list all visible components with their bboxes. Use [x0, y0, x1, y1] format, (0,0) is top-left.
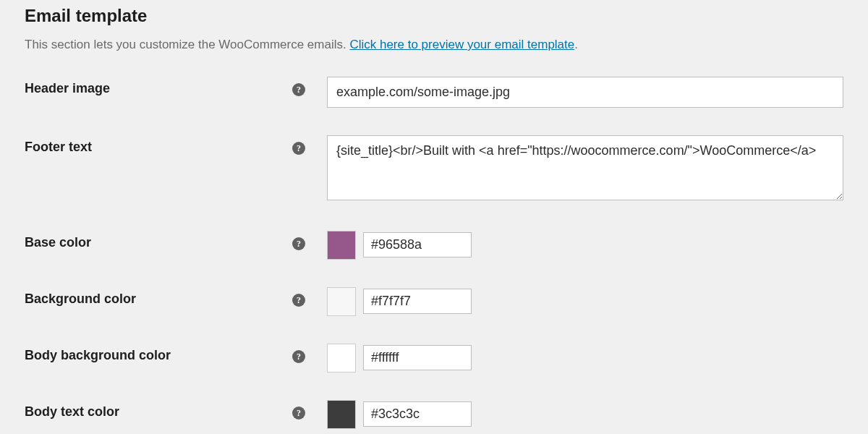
row-header-image: Header image ?	[25, 77, 843, 108]
header-image-input[interactable]	[327, 77, 843, 108]
section-description: This section lets you customize the WooC…	[25, 36, 843, 54]
help-icon[interactable]: ?	[292, 350, 305, 363]
footer-text-textarea[interactable]	[327, 135, 843, 200]
row-body-background-color: Body background color ?	[25, 344, 843, 373]
row-footer-text: Footer text ?	[25, 135, 843, 203]
label-base-color: Base color	[25, 231, 292, 250]
row-background-color: Background color ?	[25, 287, 843, 316]
help-icon[interactable]: ?	[292, 407, 305, 420]
help-icon[interactable]: ?	[292, 83, 305, 96]
body-text-color-swatch[interactable]	[327, 400, 356, 429]
help-icon[interactable]: ?	[292, 142, 305, 155]
body-background-color-input[interactable]	[363, 345, 472, 370]
email-template-settings: Email template This section lets you cus…	[0, 0, 868, 429]
description-text: This section lets you customize the WooC…	[25, 38, 349, 51]
background-color-swatch[interactable]	[327, 287, 356, 316]
label-header-image: Header image	[25, 77, 292, 96]
help-icon[interactable]: ?	[292, 237, 305, 250]
background-color-input[interactable]	[363, 289, 472, 314]
row-base-color: Base color ?	[25, 231, 843, 260]
label-background-color: Background color	[25, 287, 292, 307]
description-text-post: .	[574, 38, 578, 51]
label-body-background-color: Body background color	[25, 344, 292, 363]
section-title: Email template	[25, 6, 843, 26]
base-color-swatch[interactable]	[327, 231, 356, 260]
body-text-color-input[interactable]	[363, 401, 472, 427]
help-icon[interactable]: ?	[292, 294, 305, 307]
label-footer-text: Footer text	[25, 135, 292, 155]
preview-email-link[interactable]: Click here to preview your email templat…	[349, 38, 574, 51]
body-background-color-swatch[interactable]	[327, 344, 356, 373]
base-color-input[interactable]	[363, 232, 472, 258]
row-body-text-color: Body text color ?	[25, 400, 843, 429]
label-body-text-color: Body text color	[25, 400, 292, 420]
